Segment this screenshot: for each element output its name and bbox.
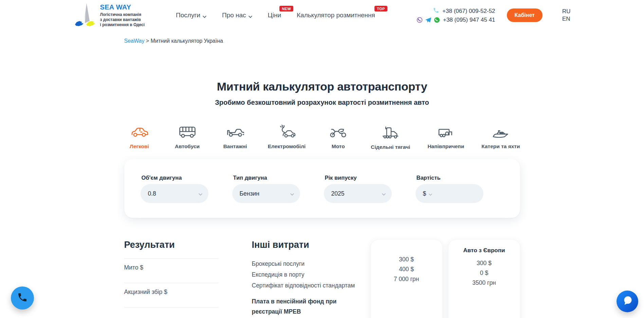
chevron-down-icon [382, 190, 386, 197]
chevron-down-icon [199, 190, 202, 197]
new-badge: NEW [279, 6, 293, 12]
result-item-duty: Мито $ [124, 258, 219, 283]
logo-tagline: Логістична компанія з доставки вантажів … [100, 12, 145, 27]
tab-trucks[interactable]: Вантажні [220, 125, 251, 150]
page-subtitle: Зробимо безкоштовний розрахунок вартості… [0, 99, 644, 106]
tab-semi-trailers[interactable]: Напівпричепи [427, 125, 464, 150]
phone-handset-icon [17, 292, 28, 304]
language-switcher: RU EN [562, 8, 571, 23]
top-badge: TOP [374, 6, 387, 12]
breadcrumb: SeaWay > Митний калькулятор Україна [124, 38, 520, 44]
tab-motorcycles[interactable]: Мото [323, 125, 353, 150]
chevron-down-icon [429, 190, 432, 197]
lang-en[interactable]: EN [562, 15, 571, 23]
page-title: Митний калькулятор автотранспорту [0, 80, 644, 93]
car-icon [131, 125, 148, 140]
field-label: Вартість [417, 175, 483, 181]
price-card-default: 300 $ 400 $ 7 000 грн [371, 240, 442, 318]
tab-label: Автобуси [175, 143, 200, 150]
tab-cars[interactable]: Легкові [124, 125, 155, 150]
chevron-down-icon [203, 12, 206, 20]
tab-buses[interactable]: Автобуси [172, 125, 203, 150]
whatsapp-icon[interactable] [434, 17, 440, 23]
viber-icon[interactable] [417, 17, 423, 23]
breadcrumb-home-link[interactable]: SeaWay [124, 38, 145, 44]
vehicle-type-tabs: Легкові Автобуси Вантажні [124, 125, 520, 150]
results-column: Результати Мито $ Акцизний збір $ [124, 240, 219, 307]
field-engine-type: Тип двигуна Бензин [232, 175, 300, 203]
price-cards: 300 $ 400 $ 7 000 грн Авто з Європи 300 … [371, 240, 520, 318]
bus-icon [179, 125, 196, 140]
tab-semi-trucks[interactable]: Сідельні тягачі [371, 125, 410, 150]
field-label: Тип двигуна [233, 175, 300, 181]
tab-electric-cars[interactable]: Електромобілі [268, 125, 306, 150]
tab-label: Сідельні тягачі [371, 144, 410, 150]
tab-label: Напівпричепи [427, 143, 464, 150]
motorcycle-icon [329, 125, 347, 140]
cabinet-button[interactable]: Кабінет [507, 8, 542, 22]
telegram-icon[interactable] [425, 17, 431, 23]
yacht-icon [492, 125, 510, 140]
phone-number-primary[interactable]: +38 (067) 009-52-52 [442, 8, 495, 15]
semi-truck-icon [382, 125, 399, 140]
site-header: SEA WAY Логістична компанія з доставки в… [0, 0, 644, 31]
cost-input[interactable] [436, 190, 477, 197]
nav-item-prices[interactable]: Ціни NEW [268, 12, 281, 19]
chat-widget-button[interactable] [617, 291, 638, 312]
price-value: 7 000 грн [375, 274, 438, 284]
field-label: Рік випуску [325, 175, 392, 181]
tab-boats-yachts[interactable]: Катери та яхти [481, 125, 520, 150]
price-card-europe: Авто з Європи 300 $ 0 $ 3500 грн [448, 240, 520, 318]
price-card-title: Авто з Європи [453, 247, 516, 254]
field-label: Об'єм двигуна [142, 175, 208, 181]
currency-select[interactable]: $ [423, 190, 426, 197]
header-contacts: +38 (067) 009-52-52 +38 (095) 947 45 41 [417, 7, 495, 23]
call-button[interactable] [11, 286, 34, 310]
tab-label: Катери та яхти [481, 143, 520, 150]
lang-ru[interactable]: RU [562, 8, 571, 15]
expense-item: Сертифікат відповідності стандартам [252, 280, 361, 291]
engine-type-select[interactable]: Бензин [232, 184, 300, 203]
field-engine-volume: Об'єм двигуна 0.8 [141, 175, 208, 203]
price-value: 3500 грн [453, 278, 516, 288]
chevron-down-icon [249, 12, 252, 20]
production-year-select[interactable]: 2025 [324, 184, 392, 203]
tab-label: Мото [332, 143, 345, 150]
breadcrumb-separator: > [146, 38, 151, 44]
result-item-excise: Акцизний збір $ [124, 283, 219, 307]
truck-icon [226, 125, 244, 140]
field-production-year: Рік випуску 2025 [324, 175, 392, 203]
calculator-card: Об'єм двигуна 0.8 Тип двигуна Бензин Рік… [124, 159, 520, 218]
engine-volume-select[interactable]: 0.8 [141, 184, 208, 203]
results-title: Результати [124, 240, 219, 250]
phone-number-secondary[interactable]: +38 (095) 947 45 41 [443, 17, 495, 23]
price-value: 300 $ [453, 258, 516, 268]
chevron-down-icon [290, 190, 294, 197]
phone-icon [433, 7, 439, 15]
price-value: 0 $ [453, 268, 516, 278]
field-cost: Вартість $ [416, 175, 483, 203]
nav-item-about[interactable]: Про нас [222, 11, 252, 20]
expense-item: Експедиція в порту [252, 269, 361, 280]
other-expenses-column: Інші витрати Брокерські послуги Експедиц… [252, 240, 361, 317]
main-nav: Послуги Про нас Ціни NEW Калькулятор роз… [176, 11, 375, 20]
electric-car-icon [278, 125, 295, 140]
logo-title: SEA WAY [100, 3, 145, 11]
logo-boat-icon [74, 2, 95, 28]
nav-item-services[interactable]: Послуги [176, 11, 206, 20]
price-value: 400 $ [375, 264, 438, 274]
price-value: 300 $ [375, 255, 438, 264]
breadcrumb-current: Митний калькулятор Україна [151, 38, 223, 44]
tab-label: Легкові [130, 143, 149, 150]
other-expenses-title: Інші витрати [252, 240, 361, 250]
tab-label: Електромобілі [268, 143, 306, 150]
chat-bubble-icon [621, 295, 633, 308]
logo[interactable]: SEA WAY Логістична компанія з доставки в… [74, 2, 145, 28]
nav-item-customs-calculator[interactable]: Калькулятор розмитнення TOP [297, 12, 375, 19]
expense-item-pension-fund: Плата в пенсійний фонд при реєстрації МР… [252, 296, 361, 317]
tab-label: Вантажні [223, 143, 247, 150]
messenger-icons [417, 17, 440, 23]
trailer-icon [437, 125, 455, 140]
hero: Митний калькулятор автотранспорту Зробим… [0, 80, 644, 106]
results-section: Результати Мито $ Акцизний збір $ Інші в… [124, 240, 520, 318]
